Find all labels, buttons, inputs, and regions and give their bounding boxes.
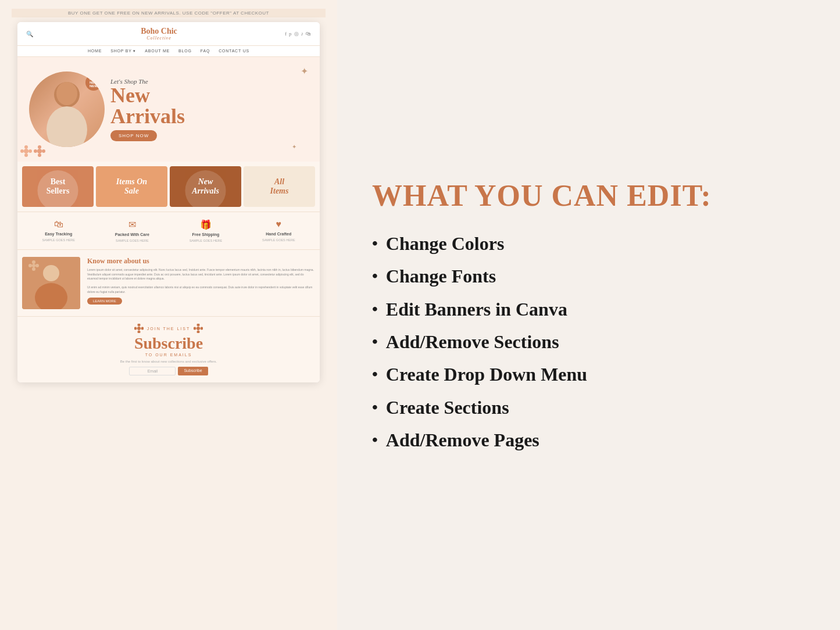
- site-header: 🔍 Boho Chic Collective f p ◎ ♪ 🛍: [17, 22, 320, 46]
- list-item-label-6: Create Sections: [386, 396, 509, 418]
- search-icon[interactable]: 🔍: [26, 31, 33, 37]
- list-item-label-3: Edit Banners in Canva: [386, 298, 567, 320]
- feature-desc-packed: SAMPLE GOES HERE: [116, 239, 149, 242]
- feature-desc-crafted: SAMPLE GOES HERE: [262, 238, 295, 242]
- svg-point-26: [134, 327, 137, 330]
- svg-point-4: [24, 145, 28, 149]
- bag-icon[interactable]: 🛍: [306, 31, 311, 37]
- sparkle-deco-2: ✦: [292, 144, 296, 150]
- hero-flower-deco: [20, 145, 45, 157]
- feature-name-tracking: Easy Tracking: [45, 232, 72, 236]
- svg-point-23: [137, 327, 141, 330]
- cat-label-new-arrivals: NewArrivals: [192, 177, 219, 197]
- subscribe-flower-icon-2: [194, 324, 203, 333]
- subscribe-subtitle: TO OUR EMAILS: [22, 353, 315, 357]
- svg-point-5: [24, 153, 28, 157]
- logo-text-line1: Boho Chic: [33, 27, 285, 35]
- subscribe-form: Email Subscribe: [22, 367, 315, 375]
- list-item-label-7: Add/Remove Pages: [386, 429, 539, 451]
- features-bar: 🛍 Easy Tracking SAMPLE GOES HERE ✉ Packe…: [17, 212, 320, 249]
- svg-point-1: [47, 106, 87, 147]
- new-badge: NEW NEW NEW: [85, 74, 102, 91]
- cat-label-items-on-sale: Items OnSale: [116, 177, 147, 197]
- feature-name-shipping: Free Shipping: [192, 232, 220, 237]
- svg-point-8: [37, 149, 42, 153]
- subscribe-button[interactable]: Subscribe: [178, 367, 208, 375]
- tracking-icon: 🛍: [54, 219, 63, 230]
- subscribe-flower-icon: [134, 324, 144, 333]
- packed-icon: ✉: [128, 219, 136, 230]
- list-item: • Add/Remove Pages: [372, 429, 805, 451]
- hero-title-line2: Arrivals: [110, 105, 185, 128]
- svg-point-7: [28, 149, 32, 153]
- cat-label-best-sellers: BestSellers: [47, 177, 70, 197]
- svg-point-28: [196, 327, 200, 330]
- svg-point-25: [137, 331, 140, 334]
- category-all-items[interactable]: AllItems: [244, 166, 315, 207]
- shipping-icon: 🎁: [200, 219, 212, 230]
- crafted-icon: ♥: [276, 219, 282, 230]
- svg-point-24: [137, 324, 140, 327]
- feature-packed-care: ✉ Packed With Care SAMPLE GOES HERE: [115, 219, 149, 242]
- subscribe-section: JOIN THE LIST Subscribe TO OUR EMAILS Be…: [17, 316, 320, 382]
- svg-point-22: [35, 264, 39, 267]
- svg-point-16: [43, 265, 59, 281]
- facebook-icon[interactable]: f: [285, 31, 287, 37]
- nav-about[interactable]: ABOUT ME: [145, 49, 170, 53]
- feature-desc-tracking: SAMPLE GOES HERE: [42, 238, 75, 242]
- logo-text-line2: Collective: [33, 35, 285, 41]
- subscribe-desc: Be the first to know about new collectio…: [22, 360, 315, 363]
- feature-name-crafted: Hand Crafted: [266, 232, 291, 236]
- svg-point-2: [56, 82, 77, 105]
- about-section: Know more about us Lorem ipsum dolor sit…: [17, 249, 320, 316]
- edit-title: WHAT YOU CAN EDIT:: [372, 179, 805, 212]
- feature-easy-tracking: 🛍 Easy Tracking SAMPLE GOES HERE: [42, 219, 75, 242]
- about-body: Lorem ipsum dolor sit amet, consectetur …: [87, 268, 315, 294]
- left-panel: BUY ONE GET ONE FREE ON NEW ARRIVALS. US…: [0, 0, 337, 630]
- subscribe-email-input[interactable]: Email: [129, 367, 176, 375]
- learn-more-button[interactable]: LEARN MORE: [87, 298, 122, 305]
- feature-desc-shipping: SAMPLE GOES HERE: [190, 239, 223, 242]
- svg-point-6: [20, 149, 24, 153]
- svg-point-12: [42, 149, 45, 153]
- feature-hand-crafted: ♥ Hand Crafted SAMPLE GOES HERE: [262, 219, 295, 242]
- browser-frame: 🔍 Boho Chic Collective f p ◎ ♪ 🛍 HOME SH…: [17, 22, 320, 382]
- svg-point-3: [24, 149, 28, 153]
- hero-image: NEW NEW NEW: [29, 71, 105, 147]
- list-item: • Change Colors: [372, 232, 805, 255]
- category-new-arrivals[interactable]: NewArrivals: [170, 166, 241, 207]
- list-item: • Create Drop Down Menu: [372, 363, 805, 385]
- nav-blog[interactable]: BLOG: [178, 49, 192, 53]
- nav-shop[interactable]: SHOP BY ▾: [110, 49, 136, 53]
- categories-grid: BestSellers Items OnSale NewArrivals All…: [17, 162, 320, 212]
- hero-title: New Arrivals: [110, 85, 308, 127]
- shop-now-button[interactable]: SHOP NOW: [110, 130, 157, 141]
- list-item-label-2: Change Fonts: [386, 265, 496, 287]
- subscribe-title: Subscribe: [22, 334, 315, 353]
- edit-features-list: • Change Colors • Change Fonts • Edit Ba…: [372, 232, 805, 452]
- nav-home[interactable]: HOME: [88, 49, 102, 53]
- list-item: • Change Fonts: [372, 265, 805, 287]
- category-best-sellers[interactable]: BestSellers: [22, 166, 94, 207]
- list-item-label-5: Create Drop Down Menu: [386, 363, 587, 385]
- hero-section: NEW NEW NEW Let's Shop The New Arrivals …: [17, 57, 320, 162]
- tiktok-icon[interactable]: ♪: [301, 31, 304, 37]
- about-image: [22, 257, 80, 309]
- bullet-5: •: [372, 366, 378, 382]
- right-panel: WHAT YOU CAN EDIT: • Change Colors • Cha…: [337, 0, 840, 630]
- category-items-on-sale[interactable]: Items OnSale: [96, 166, 167, 207]
- svg-point-21: [28, 264, 32, 267]
- bullet-7: •: [372, 432, 378, 448]
- pinterest-icon[interactable]: p: [289, 31, 292, 37]
- bullet-3: •: [372, 301, 378, 317]
- svg-point-20: [32, 267, 35, 271]
- about-title: Know more about us: [87, 257, 315, 266]
- nav-faq[interactable]: FAQ: [201, 49, 210, 53]
- svg-point-19: [32, 260, 35, 264]
- svg-point-31: [194, 327, 196, 330]
- nav-contact[interactable]: CONTACT US: [219, 49, 249, 53]
- list-item: • Create Sections: [372, 396, 805, 418]
- bullet-1: •: [372, 235, 378, 252]
- instagram-icon[interactable]: ◎: [294, 31, 299, 37]
- list-item-label-4: Add/Remove Sections: [386, 331, 559, 353]
